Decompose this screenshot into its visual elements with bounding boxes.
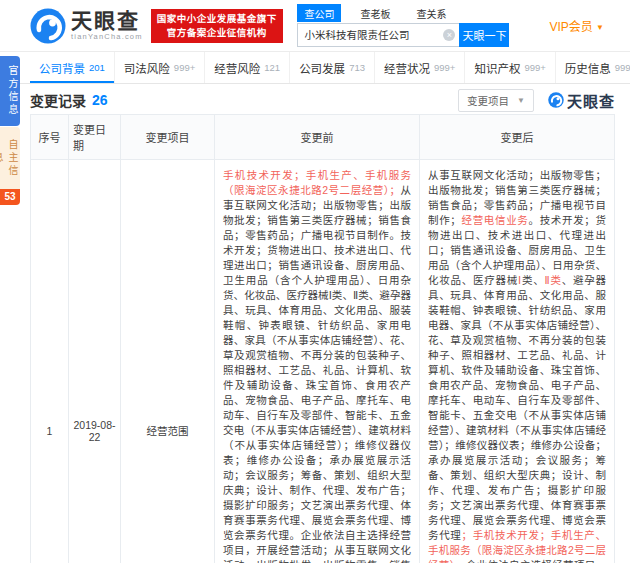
search-tabs: 查公司 查老板 查关系 bbox=[297, 5, 509, 22]
cell-before-change: 手机技术开发；手机生产、手机服务（限海淀区永捷北路2号二层经营）；从事互联网文化… bbox=[215, 160, 420, 563]
search-tab-boss[interactable]: 查老板 bbox=[353, 4, 397, 22]
section-title: 变更记录 bbox=[30, 90, 86, 110]
nav-tab-company-background[interactable]: 公司背景201 bbox=[30, 52, 115, 83]
vip-member-link[interactable]: VIP会员 ▼ bbox=[549, 17, 604, 34]
header-change-date: 变更日期 bbox=[69, 115, 121, 159]
nav-tab-company-development[interactable]: 公司发展713 bbox=[290, 52, 375, 83]
header-before-change: 变更前 bbox=[215, 115, 420, 159]
nav-tab-history-info[interactable]: 历史信息999+ bbox=[556, 52, 630, 83]
side-tab-official-info[interactable]: 官方信息 bbox=[0, 56, 20, 126]
nav-tab-operation-status[interactable]: 经营状况999+ bbox=[375, 52, 465, 83]
gov-certification-badge: 国家中小企业发展基金旗下 官方备案企业征信机构 bbox=[151, 9, 283, 43]
side-count-badge: 53 bbox=[0, 189, 20, 205]
site-logo[interactable]: 天眼查 tianYanCha.com bbox=[30, 8, 143, 44]
search-button[interactable]: 天眼一下 bbox=[459, 23, 509, 47]
side-tab-self-info[interactable]: 自主信息 bbox=[0, 127, 20, 189]
search-tab-company[interactable]: 查公司 bbox=[297, 4, 341, 22]
search-block: 查公司 查老板 查关系 × 天眼一下 bbox=[297, 5, 509, 47]
section-count: 26 bbox=[92, 92, 108, 108]
brand-domain: tianYanCha.com bbox=[71, 32, 143, 41]
search-tab-relation[interactable]: 查关系 bbox=[409, 4, 453, 22]
nav-tab-intellectual-property[interactable]: 知识产权999+ bbox=[465, 52, 555, 83]
nav-tab-operation-risk[interactable]: 经营风险121 bbox=[205, 52, 290, 83]
cell-index: 1 bbox=[31, 160, 69, 563]
table-row: 1 2019-08-22 经营范围 手机技术开发；手机生产、手机服务（限海淀区永… bbox=[31, 160, 614, 563]
cell-change-date: 2019-08-22 bbox=[69, 160, 121, 563]
nav-tab-judicial-risk[interactable]: 司法风险999+ bbox=[115, 52, 205, 83]
tianyancha-watermark: 天眼查 bbox=[548, 90, 615, 111]
side-floating-widget: 官方信息 自主信息 53 bbox=[0, 56, 20, 205]
clear-search-icon[interactable]: × bbox=[443, 29, 455, 41]
header-index: 序号 bbox=[31, 115, 69, 159]
site-header: 天眼查 tianYanCha.com 国家中小企业发展基金旗下 官方备案企业征信… bbox=[0, 0, 630, 52]
cell-change-item: 经营范围 bbox=[121, 160, 215, 563]
chevron-down-icon: ▼ bbox=[596, 23, 604, 32]
cell-after-change: 从事互联网文化活动；出版物零售；出版物批发；销售第三类医疗器械；销售食品；零售药… bbox=[420, 160, 614, 563]
gov-badge-line2: 官方备案企业征信机构 bbox=[157, 26, 277, 40]
header-change-item: 变更项目 bbox=[121, 115, 215, 159]
tianyancha-eye-icon bbox=[548, 92, 564, 108]
search-input[interactable] bbox=[297, 23, 459, 47]
table-header-row: 序号 变更日期 变更项目 变更前 变更后 bbox=[31, 115, 614, 160]
chevron-down-icon: ▼ bbox=[517, 96, 525, 105]
change-item-filter-button[interactable]: 变更项目 ▼ bbox=[458, 89, 534, 112]
brand-name: 天眼查 bbox=[71, 10, 143, 32]
watermark-text: 天眼查 bbox=[567, 90, 615, 111]
gov-badge-line1: 国家中小企业发展基金旗下 bbox=[157, 12, 277, 26]
change-record-section-bar: 变更记录 26 变更项目 ▼ 天眼查 bbox=[0, 84, 630, 112]
tianyancha-eye-icon bbox=[30, 8, 66, 44]
company-nav-tabs: 公司背景201 司法风险999+ 经营风险121 公司发展713 经营状况999… bbox=[0, 52, 630, 84]
change-record-table: 序号 变更日期 变更项目 变更前 变更后 1 2019-08-22 经营范围 手… bbox=[30, 114, 615, 563]
header-after-change: 变更后 bbox=[420, 115, 614, 159]
